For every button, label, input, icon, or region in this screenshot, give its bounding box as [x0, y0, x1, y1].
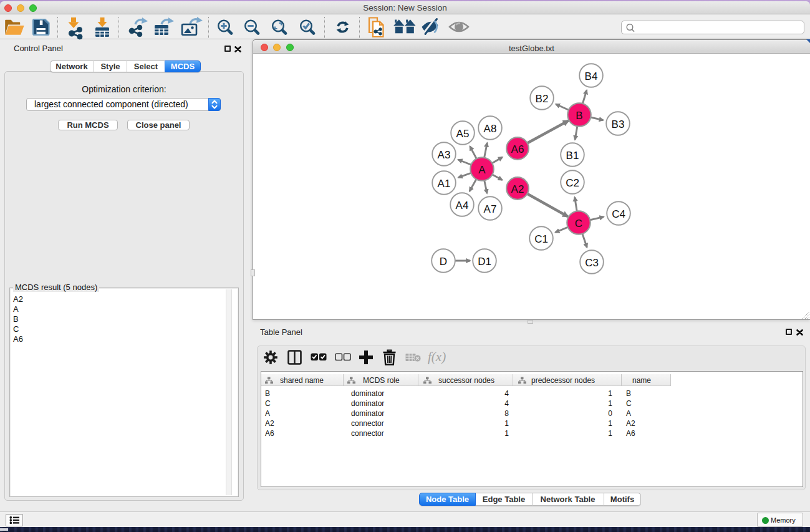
svg-text:A4: A4: [456, 200, 469, 211]
svg-text:A6: A6: [511, 143, 524, 155]
svg-text:C: C: [575, 218, 582, 230]
svg-text:D1: D1: [478, 256, 491, 268]
svg-text:C1: C1: [534, 233, 548, 245]
svg-text:A2: A2: [511, 183, 524, 195]
svg-text:A7: A7: [484, 203, 497, 215]
svg-text:A3: A3: [438, 149, 451, 161]
svg-text:A1: A1: [438, 178, 451, 190]
svg-text:A5: A5: [456, 128, 470, 140]
svg-text:B2: B2: [536, 93, 549, 105]
svg-text:B3: B3: [612, 118, 625, 130]
svg-text:D: D: [440, 256, 447, 268]
svg-text:C2: C2: [566, 177, 579, 189]
svg-text:A8: A8: [484, 123, 497, 135]
svg-text:C3: C3: [585, 257, 599, 269]
svg-text:B4: B4: [585, 70, 598, 82]
svg-text:B1: B1: [566, 150, 579, 162]
svg-text:C4: C4: [612, 208, 625, 220]
svg-text:B: B: [576, 110, 582, 122]
svg-text:A: A: [478, 164, 486, 176]
